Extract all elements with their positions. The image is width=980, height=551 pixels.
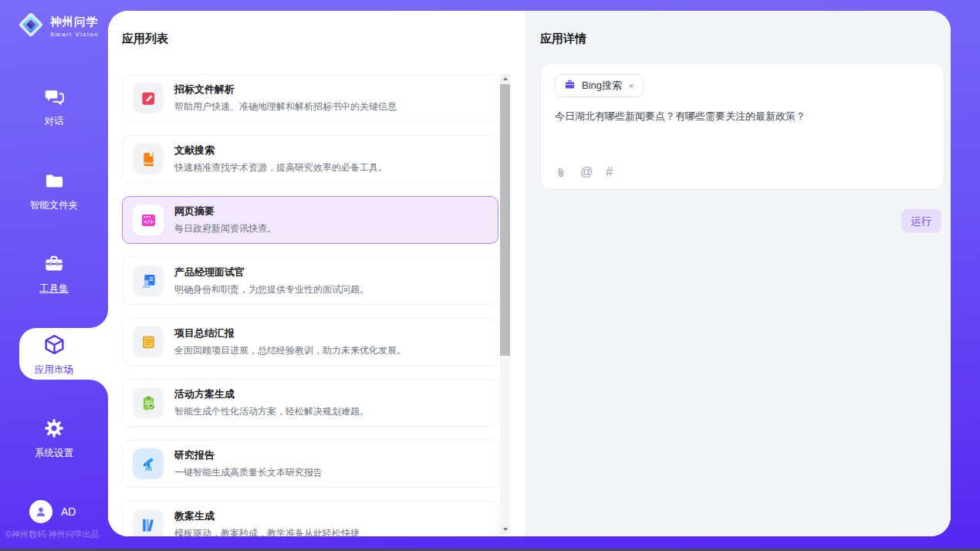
brand-name: 神州问学 [50, 15, 98, 28]
app-card-web-summary[interactable]: </> 网页摘要 每日政府新闻资讯快查。 [122, 196, 498, 244]
app-list-title: 应用列表 [122, 32, 168, 46]
app-name: 教案生成 [174, 509, 360, 523]
scrollbar-thumb[interactable] [500, 84, 510, 356]
app-desc: 模板驱动，教案秒成，教学准备从此轻松快捷 [174, 527, 360, 536]
app-desc: 快速精准查找学术资源，提高研究效率的必备工具。 [174, 161, 387, 174]
diamond-logo-icon [17, 11, 45, 42]
app-name: 产品经理面试官 [174, 265, 369, 279]
app-name: 网页摘要 [174, 205, 276, 218]
user-account[interactable]: AD [29, 500, 76, 523]
app-name: 文献搜索 [174, 144, 387, 157]
list-scrollbar[interactable] [500, 74, 510, 534]
briefcase-icon [564, 79, 576, 93]
tool-tag-label: Bing搜索 [582, 79, 622, 93]
book-icon [133, 144, 164, 174]
web-code-icon: </> [133, 205, 164, 235]
app-detail-title: 应用详情 [540, 32, 586, 46]
brand-logo: 神州问学 Smart Vision [17, 11, 99, 42]
interviewer-icon [133, 265, 164, 296]
sidebar-item-label: 智能文件夹 [0, 199, 108, 212]
sidebar-item-smart-folder[interactable]: 智能文件夹 [0, 171, 108, 212]
mention-icon[interactable]: @ [580, 165, 593, 179]
toolbox-icon [43, 254, 65, 278]
app-name: 项目总结汇报 [174, 326, 406, 340]
close-icon[interactable]: × [628, 81, 634, 91]
app-desc: 全面回顾项目进展，总结经验教训，助力未来优化发展。 [174, 344, 406, 357]
app-desc: 智能生成个性化活动方案，轻松解决规划难题。 [174, 405, 369, 418]
sidebar-item-settings[interactable]: 系统设置 [0, 417, 108, 460]
app-card-literature-search[interactable]: 文献搜索 快速精准查找学术资源，提高研究效率的必备工具。 [122, 135, 498, 183]
sidebar-item-label: 对话 [0, 115, 108, 128]
app-name: 招标文件解析 [174, 83, 397, 96]
cube-icon [43, 333, 66, 359]
sidebar: 神州问学 Smart Vision 对话 智能文件夹 [0, 0, 108, 551]
app-name: 活动方案生成 [174, 387, 369, 401]
app-list: 招标文件解析 帮助用户快速、准确地理解和解析招标书中的关键信息 文献搜索 快速精… [122, 74, 498, 536]
app-card-lesson-plan[interactable]: 教案生成 模板驱动，教案秒成，教学准备从此轻松快捷 [122, 501, 498, 536]
chat-icon [44, 86, 65, 110]
sidebar-item-label: 工具集 [0, 282, 108, 296]
clipboard-check-icon [133, 387, 164, 418]
composer-card: Bing搜索 × 今日湖北有哪些新闻要点？有哪些需要关注的最新政策？ @ # [540, 63, 945, 190]
app-desc: 明确身份和职责，为您提供专业性的面试问题。 [174, 283, 369, 296]
app-card-activity-plan[interactable]: 活动方案生成 智能生成个性化活动方案，轻松解决规划难题。 [122, 379, 498, 427]
app-card-pm-interviewer[interactable]: 产品经理面试官 明确身份和职责，为您提供专业性的面试问题。 [122, 257, 498, 305]
tool-tag-bing-search[interactable]: Bing搜索 × [555, 74, 644, 97]
triangle-down-icon [503, 528, 508, 531]
brand-subtitle: Smart Vision [50, 31, 99, 38]
app-desc: 帮助用户快速、准确地理解和解析招标书中的关键信息 [174, 100, 397, 113]
sidebar-item-app-market[interactable]: 应用市场 [0, 333, 108, 377]
sidebar-item-label: 应用市场 [0, 363, 108, 377]
app-detail-panel: 应用详情 Bing搜索 × 今日湖北有哪些新闻要点？有哪些需要关注的最新政策？ [525, 11, 951, 536]
telescope-icon [133, 448, 164, 479]
app-card-research-report[interactable]: 研究报告 一键智能生成高质量长文本研究报告 [122, 440, 498, 488]
app-desc: 一键智能生成高质量长文本研究报告 [174, 466, 323, 479]
sidebar-item-toolset[interactable]: 工具集 [0, 254, 108, 296]
app-desc: 每日政府新闻资讯快查。 [174, 222, 276, 235]
hash-icon[interactable]: # [606, 165, 613, 179]
notes-icon [133, 326, 164, 357]
folder-icon [44, 171, 65, 194]
triangle-up-icon [503, 77, 508, 80]
app-card-project-summary[interactable]: 项目总结汇报 全面回顾项目进展，总结经验教训，助力未来优化发展。 [122, 318, 498, 366]
app-name: 研究报告 [174, 448, 323, 462]
avatar [29, 500, 52, 523]
edit-doc-icon [133, 83, 164, 113]
query-input[interactable]: 今日湖北有哪些新闻要点？有哪些需要关注的最新政策？ [555, 110, 930, 123]
app-card-bid-doc-analysis[interactable]: 招标文件解析 帮助用户快速、准确地理解和解析招标书中的关键信息 [122, 74, 498, 122]
composer-toolbar: @ # [555, 165, 613, 179]
sidebar-item-label: 系统设置 [0, 447, 108, 460]
run-button[interactable]: 运行 [901, 209, 941, 233]
books-icon [133, 509, 164, 536]
copyright-text: ©神州数码·神州问学出品 [5, 529, 100, 540]
app-list-panel: 应用列表 招标文件解析 帮助用户快速、准确地理解和解析招标书中的关键信息 [108, 11, 525, 536]
user-name: AD [61, 505, 76, 518]
gear-icon [43, 417, 65, 442]
attachment-icon[interactable] [555, 166, 567, 179]
scrollbar-down-button[interactable] [500, 525, 510, 534]
svg-text:</>: </> [144, 219, 153, 225]
scrollbar-up-button[interactable] [500, 74, 510, 83]
sidebar-item-chat[interactable]: 对话 [0, 86, 108, 128]
content-shell: 应用列表 招标文件解析 帮助用户快速、准确地理解和解析招标书中的关键信息 [108, 11, 951, 536]
